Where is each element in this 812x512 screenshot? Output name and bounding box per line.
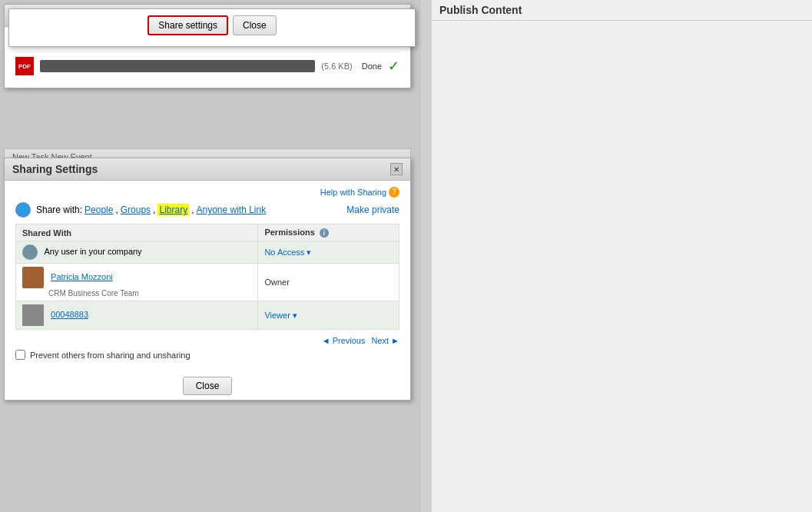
prevent-sharing-row: Prevent others from sharing and unsharin… [15, 350, 399, 360]
row1-name: Any user in your company [44, 247, 141, 256]
file-type-icon: PDF [15, 57, 34, 75]
row1-perm-link[interactable]: No Access ▾ [264, 248, 311, 257]
company-user-icon [22, 244, 38, 260]
left-column: STEP 1 Upload to 00048883 ✕ Maximum file… [0, 0, 421, 512]
patricia-avatar [22, 267, 44, 288]
help-sharing-icon: ? [389, 187, 399, 198]
share-settings-button[interactable]: Share settings [147, 15, 228, 35]
prevent-sharing-checkbox[interactable] [15, 350, 25, 360]
share-with-row: 🌐 Share with: People, Groups, Library, A… [15, 202, 399, 218]
table-row: 00048883 Viewer ▾ [16, 301, 399, 330]
share-anyone-link[interactable]: Anyone with Link [196, 204, 266, 215]
company-icon [22, 304, 44, 326]
help-sharing-link[interactable]: Help with Sharing [320, 188, 386, 197]
sharing-help-row: Help with Sharing ? [15, 187, 399, 198]
shared-with-table: Shared With Permissions i Any user in yo… [15, 224, 399, 330]
share-library-link[interactable]: Library [157, 204, 189, 216]
prev-link[interactable]: ◄ Previous [322, 336, 366, 345]
upload-dialog-footer: Share settings Close [8, 8, 416, 47]
row2-perm: Owner [264, 278, 289, 287]
upload-close-button[interactable]: Close [233, 15, 277, 35]
table-row: Patricia Mozzoni CRM Business Core Team … [16, 264, 399, 301]
done-check-icon: ✓ [388, 58, 399, 75]
right-column: Publish Content STEP 3 ✓ Publish your co… [432, 0, 812, 512]
upload-dialog: Upload to 00048883 ✕ Maximum file size i… [4, 4, 411, 88]
file-row: PDF (5.6 KB) Done ✓ [15, 52, 399, 80]
sharing-dialog-body: Help with Sharing ? 🌐 Share with: People… [5, 181, 410, 372]
next-link[interactable]: Next ► [371, 336, 399, 345]
share-with-label: Share with: [36, 204, 82, 215]
publish-content-header: Publish Content [432, 0, 812, 21]
sharing-dialog-footer: Close [5, 372, 410, 400]
file-size: (5.6 KB) [321, 62, 352, 71]
done-text: Done [362, 62, 382, 71]
pagination-row: ◄ Previous Next ► [15, 336, 399, 345]
share-people-link[interactable]: People [85, 204, 113, 215]
row3-name: 00048883 [51, 310, 88, 319]
prevent-sharing-label: Prevent others from sharing and unsharin… [30, 351, 191, 360]
sharing-dialog: Sharing Settings ✕ Help with Sharing ? 🌐… [4, 158, 411, 401]
share-with-left: 🌐 Share with: People, Groups, Library, A… [15, 202, 266, 218]
row3-perm-link[interactable]: Viewer ▾ [264, 311, 297, 320]
make-private-link[interactable]: Make private [346, 204, 399, 215]
share-globe-icon: 🌐 [15, 202, 31, 218]
permissions-info-icon: i [320, 228, 329, 238]
sharing-dialog-title: Sharing Settings [12, 163, 98, 175]
share-groups-link[interactable]: Groups [121, 204, 151, 215]
publish-content-title: Publish Content [439, 4, 522, 16]
sharing-dialog-titlebar: Sharing Settings ✕ [5, 158, 410, 181]
col-permissions: Permissions i [258, 224, 399, 241]
col-shared-with: Shared With [16, 224, 258, 241]
file-name-bar [40, 60, 315, 72]
table-row: Any user in your company No Access ▾ [16, 241, 399, 264]
sharing-close-button[interactable]: Close [183, 377, 233, 395]
sharing-dialog-close-btn[interactable]: ✕ [390, 163, 403, 175]
